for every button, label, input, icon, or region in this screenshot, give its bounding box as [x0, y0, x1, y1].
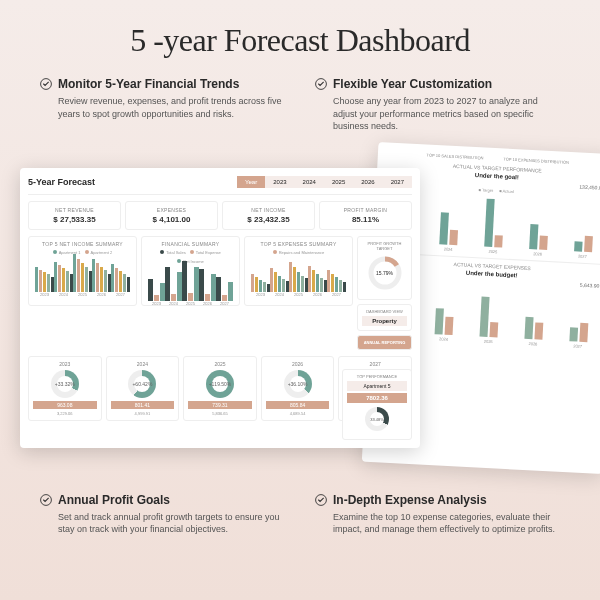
tab-2027[interactable]: 2027	[383, 176, 412, 188]
year-label: Year	[237, 176, 265, 188]
income-chart: TOP 5 NET INCOME SUMMARY Apartment 1Apar…	[28, 236, 137, 306]
reporting-button[interactable]: ANNUAL REPORTING	[357, 335, 412, 350]
top-performance-box: TOP PERFORMANCE Apartment 5 7802.36 33.4…	[342, 369, 412, 440]
feature-desc: Review revenue, expenses, and profit tre…	[40, 95, 285, 120]
sheet-front: 5-Year Forecast Year 2023 2024 2025 2026…	[20, 168, 420, 448]
kpi-income: NET INCOME$ 23,432.35	[222, 201, 315, 230]
growth-target-gauge: PROFIT GROWTH TARGET 15.79%	[357, 236, 412, 300]
dashboard-title: 5-Year Forecast	[28, 177, 95, 187]
feature-title: Annual Profit Goals	[58, 493, 170, 507]
feature-desc: Examine the top 10 expense categories, e…	[315, 511, 560, 536]
donut-2023: 2023+33.32%963.083,229.06	[28, 356, 102, 421]
feature-title: Flexible Year Customization	[333, 77, 492, 91]
financial-chart: FINANCIAL SUMMARY Total SalesTotal Expen…	[141, 236, 240, 306]
check-circle-icon	[315, 78, 327, 90]
dashboard-preview: TOP 10 SALES DISTRIBUTIONTOP 10 EXPENSES…	[10, 153, 590, 483]
tab-2023[interactable]: 2023	[265, 176, 294, 188]
feature-expense: In-Depth Expense Analysis Examine the to…	[315, 493, 560, 536]
donut-2026: 2026+36.10%805.844,689.54	[261, 356, 335, 421]
features-top-row: Monitor 5-Year Financial Trends Review r…	[0, 77, 600, 153]
check-circle-icon	[315, 494, 327, 506]
feature-monitor: Monitor 5-Year Financial Trends Review r…	[40, 77, 285, 133]
features-bottom-row: Annual Profit Goals Set and track annual…	[0, 483, 600, 536]
kpi-revenue: NET REVENUE$ 27,533.35	[28, 201, 121, 230]
donut-2025: 2025+119.50%739.315,836.65	[183, 356, 257, 421]
page-title: 5 -year Forecast Dashboard	[0, 0, 600, 77]
feature-title: Monitor 5-Year Financial Trends	[58, 77, 239, 91]
feature-desc: Choose any year from 2023 to 2027 to ana…	[315, 95, 560, 133]
kpi-margin: PROFIT MARGIN85.11%	[319, 201, 412, 230]
year-tabs[interactable]: Year 2023 2024 2025 2026 2027	[237, 176, 412, 188]
tab-2024[interactable]: 2024	[295, 176, 324, 188]
tab-2026[interactable]: 2026	[353, 176, 382, 188]
feature-flexible: Flexible Year Customization Choose any y…	[315, 77, 560, 133]
feature-goals: Annual Profit Goals Set and track annual…	[40, 493, 285, 536]
check-circle-icon	[40, 494, 52, 506]
check-circle-icon	[40, 78, 52, 90]
kpi-expenses: EXPENSES$ 4,101.00	[125, 201, 218, 230]
tab-2025[interactable]: 2025	[324, 176, 353, 188]
view-widget[interactable]: DASHBOARD VIEW Property	[357, 304, 412, 331]
expenses-chart: TOP 5 EXPENSES SUMMARY Repairs and Maint…	[244, 236, 353, 306]
donut-2024: 2024+60.42%801.414,999.91	[106, 356, 180, 421]
feature-title: In-Depth Expense Analysis	[333, 493, 487, 507]
feature-desc: Set and track annual profit growth targe…	[40, 511, 285, 536]
